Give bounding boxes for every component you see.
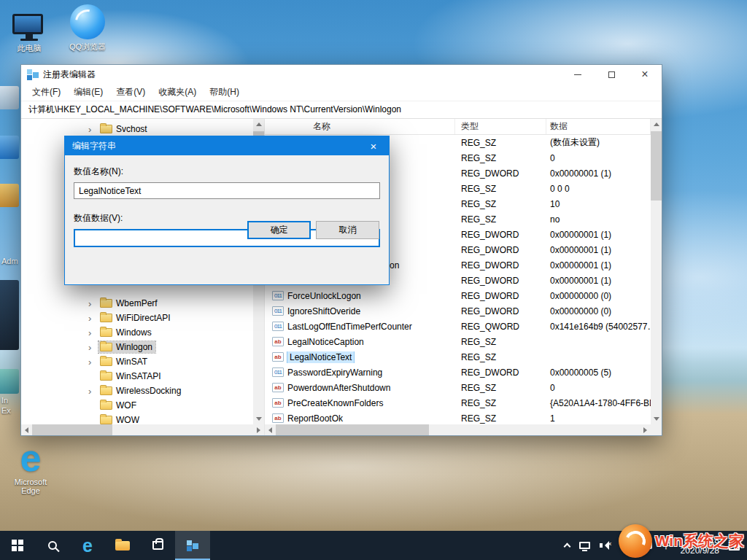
list-horizontal-scrollbar[interactable] bbox=[265, 424, 651, 435]
partial-desktop-icon bbox=[0, 136, 19, 159]
desktop-icon-edge[interactable]: e Microsoft Edge bbox=[4, 440, 57, 495]
tree-item-Windows[interactable]: ›Windows bbox=[21, 325, 253, 340]
edge-icon: e bbox=[4, 440, 57, 475]
taskbar-file-explorer-button[interactable] bbox=[105, 531, 140, 560]
registry-value-row[interactable]: abPowerdownAfterShutdownREG_SZ0 bbox=[265, 380, 651, 395]
value-data-cell: (数值未设置) bbox=[546, 136, 651, 149]
tree-node: WiFiDirectAPI bbox=[98, 312, 174, 324]
tree-item-WOF[interactable]: WOF bbox=[21, 398, 253, 413]
tree-item-WOW[interactable]: WOW bbox=[21, 413, 253, 424]
desktop-icon-qq-browser[interactable]: QQ浏览器 bbox=[61, 4, 114, 52]
menu-item-2[interactable]: 查看(V) bbox=[109, 84, 152, 101]
value-type-cell: REG_DWORD bbox=[455, 230, 546, 240]
edge-icon: e bbox=[82, 535, 93, 556]
value-type-cell: REG_DWORD bbox=[455, 245, 546, 255]
scroll-thumb[interactable] bbox=[276, 424, 429, 435]
registry-value-row[interactable]: 011LastLogOffEndTimePerfCounterREG_QWORD… bbox=[265, 319, 651, 334]
folder-icon bbox=[100, 357, 112, 366]
tree-node: Winlogon bbox=[98, 341, 155, 353]
list-vertical-scrollbar[interactable] bbox=[651, 119, 662, 424]
tree-item-WirelessDocking[interactable]: ›WirelessDocking bbox=[21, 384, 253, 398]
scroll-down-icon[interactable] bbox=[651, 413, 662, 424]
minimize-button[interactable] bbox=[561, 65, 595, 84]
menu-item-4[interactable]: 帮助(H) bbox=[203, 84, 246, 101]
folder-icon bbox=[100, 386, 112, 395]
windows-logo-icon bbox=[12, 540, 24, 552]
menu-item-3[interactable]: 收藏夹(A) bbox=[152, 84, 203, 101]
registry-value-row[interactable]: abLegalNoticeTextREG_SZ bbox=[265, 349, 651, 365]
tree-item-WinSAT[interactable]: ›WinSAT bbox=[21, 354, 253, 369]
registry-value-row[interactable]: 011IgnoreShiftOverideREG_DWORD0x00000000… bbox=[265, 303, 651, 319]
column-header-1[interactable]: 类型 bbox=[455, 119, 546, 134]
dialog-title-bar[interactable]: 编辑字符串 × bbox=[65, 136, 389, 155]
tree-item-WinSATAPI[interactable]: WinSATAPI bbox=[21, 369, 253, 384]
cancel-button[interactable]: 取消 bbox=[316, 221, 379, 239]
desktop-icon-this-pc[interactable]: 此电脑 bbox=[3, 6, 55, 54]
dword-value-icon: 011 bbox=[272, 322, 284, 331]
tree-item-label: WiFiDirectAPI bbox=[116, 313, 171, 323]
registry-value-row[interactable]: abPreCreateKnownFoldersREG_SZ{A520A1A4-1… bbox=[265, 395, 651, 411]
taskbar-search-button[interactable] bbox=[35, 531, 70, 560]
qq-browser-icon bbox=[61, 4, 114, 39]
registry-value-row[interactable]: 011ForceUnlockLogonREG_DWORD0x00000000 (… bbox=[265, 288, 651, 303]
scroll-left-icon[interactable] bbox=[265, 424, 276, 435]
scroll-up-icon[interactable] bbox=[651, 119, 662, 130]
tree-item-label: Svchost bbox=[116, 124, 147, 134]
value-name-cell: abPreCreateKnownFolders bbox=[265, 398, 455, 408]
string-value-icon: ab bbox=[272, 352, 284, 362]
tree-node: WOF bbox=[98, 400, 139, 411]
tree-item-label: Windows bbox=[116, 327, 152, 338]
registry-value-row[interactable]: 011PasswordExpiryWarningREG_DWORD0x00000… bbox=[265, 365, 651, 380]
value-name-cell: abLegalNoticeCaption bbox=[265, 337, 455, 347]
value-name: LegalNoticeCaption bbox=[287, 337, 364, 347]
tree-item-label: Winlogon bbox=[116, 342, 152, 352]
value-name-input[interactable] bbox=[74, 182, 380, 199]
menu-item-0[interactable]: 文件(F) bbox=[26, 84, 67, 101]
value-type-cell: REG_DWORD bbox=[455, 276, 546, 286]
chevron-right-icon: › bbox=[88, 357, 98, 367]
taskbar-store-button[interactable] bbox=[140, 531, 175, 560]
scroll-thumb[interactable] bbox=[651, 131, 662, 201]
tree-item-Svchost[interactable]: ›Svchost bbox=[21, 122, 253, 136]
taskbar-edge-button[interactable]: e bbox=[70, 531, 105, 560]
window-title-bar[interactable]: 注册表编辑器 bbox=[21, 65, 662, 84]
folder-icon bbox=[100, 372, 112, 381]
column-header-0[interactable]: 名称 bbox=[265, 119, 455, 134]
value-name: on bbox=[390, 260, 399, 271]
scroll-down-icon[interactable] bbox=[253, 413, 264, 424]
string-value-icon: ab bbox=[272, 383, 284, 392]
tree-item-WbemPerf[interactable]: ›WbemPerf bbox=[21, 296, 253, 311]
close-button[interactable] bbox=[628, 65, 662, 84]
folder-icon bbox=[100, 125, 112, 133]
tree-item-WiFiDirectAPI[interactable]: ›WiFiDirectAPI bbox=[21, 311, 253, 325]
partial-desktop-icon bbox=[0, 86, 19, 109]
chevron-right-icon: › bbox=[88, 314, 98, 323]
value-name: ForceUnlockLogon bbox=[287, 291, 361, 301]
taskbar-registry-editor-button[interactable] bbox=[175, 531, 210, 560]
registry-value-row[interactable]: abLegalNoticeCaptionREG_SZ bbox=[265, 334, 651, 349]
registry-value-row[interactable]: abReportBootOkREG_SZ1 bbox=[265, 411, 651, 424]
dialog-close-icon[interactable]: × bbox=[358, 136, 389, 155]
scroll-thumb[interactable] bbox=[32, 424, 112, 435]
value-data-cell: 0x00000001 (1) bbox=[546, 276, 651, 286]
dword-value-icon: 011 bbox=[272, 368, 284, 377]
scroll-right-icon[interactable] bbox=[640, 424, 651, 435]
hidden-icons-chevron-icon[interactable] bbox=[563, 543, 570, 551]
tree-node: Windows bbox=[98, 327, 155, 338]
start-button[interactable] bbox=[0, 531, 35, 560]
volume-muted-icon[interactable]: × bbox=[600, 541, 612, 550]
column-header-2[interactable]: 数据 bbox=[546, 119, 651, 134]
scroll-up-icon[interactable] bbox=[253, 119, 264, 130]
scroll-left-icon[interactable] bbox=[21, 424, 32, 435]
maximize-button[interactable] bbox=[595, 65, 628, 84]
network-icon[interactable] bbox=[579, 542, 590, 549]
menu-item-1[interactable]: 编辑(E) bbox=[67, 84, 109, 101]
value-type-cell: REG_SZ bbox=[455, 398, 546, 408]
ok-button[interactable]: 确定 bbox=[247, 221, 311, 239]
tree-horizontal-scrollbar[interactable] bbox=[21, 424, 264, 435]
scroll-right-icon[interactable] bbox=[253, 424, 264, 435]
tree-item-Winlogon[interactable]: ›Winlogon bbox=[21, 340, 253, 354]
this-pc-label: 此电脑 bbox=[3, 43, 55, 54]
address-bar[interactable]: 计算机\HKEY_LOCAL_MACHINE\SOFTWARE\Microsof… bbox=[21, 101, 662, 119]
edit-string-dialog: 编辑字符串 × 数值名称(N): 数值数据(V): 确定 取消 bbox=[64, 136, 390, 285]
